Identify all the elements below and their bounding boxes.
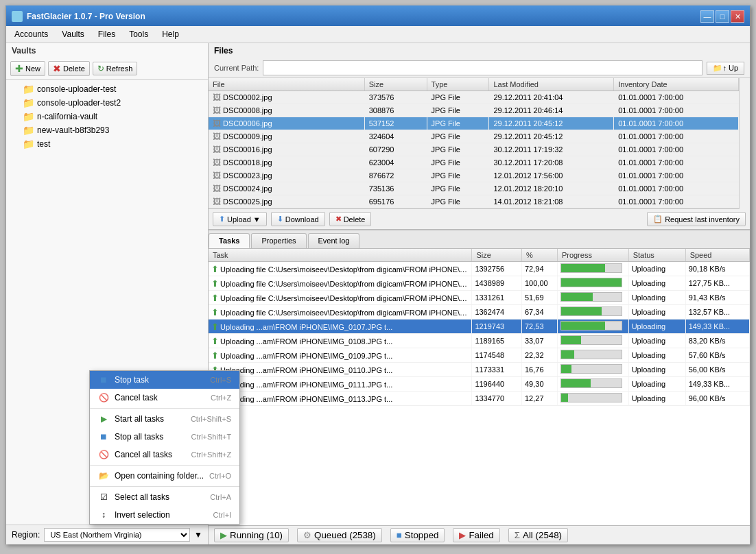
region-select[interactable]: US East (Northern Virginia): [44, 528, 190, 542]
tab-properties[interactable]: Properties: [251, 233, 306, 248]
file-row[interactable]: 🖼DSC00008.jpg 308876 JPG File 29.12.2011…: [209, 104, 739, 117]
col-type[interactable]: Type: [427, 78, 489, 91]
ctx-stop-task[interactable]: ⏹ Stop task Ctrl+S: [209, 371, 239, 389]
task-size-cell: 1173331: [472, 363, 522, 377]
task-row[interactable]: ⬆Uploading ...am\FROM iPHONE\IMG_0113.JP…: [209, 392, 750, 406]
ctx-start-all[interactable]: ▶ Start all tasks Ctrl+Shift+S: [209, 410, 239, 428]
refresh-button[interactable]: ↻ Refresh: [93, 62, 138, 75]
menu-accounts[interactable]: Accounts: [9, 27, 54, 41]
progress-bar-bg: [560, 378, 622, 388]
path-input[interactable]: [263, 60, 702, 75]
task-row[interactable]: ⬆Uploading ...am\FROM iPHONE\IMG_0108.JP…: [209, 334, 750, 348]
file-name-cell: 🖼DSC00016.jpg: [209, 143, 364, 156]
task-percent-cell: 49,30: [522, 377, 558, 392]
file-size-cell: 607290: [364, 143, 427, 156]
task-progress-cell: [557, 392, 628, 406]
task-row[interactable]: ⬆Uploading file C:\Users\moiseev\Desktop…: [209, 262, 750, 276]
file-inventory-cell: 01.01.0001 7:00:00: [614, 130, 739, 143]
task-row[interactable]: ⬆Uploading ...am\FROM iPHONE\IMG_0109.JP…: [209, 348, 750, 363]
task-row[interactable]: ⬆Uploading ...am\FROM iPHONE\IMG_0110.JP…: [209, 363, 750, 377]
vault-name-4: test: [37, 139, 50, 149]
file-row[interactable]: 🖼DSC00006.jpg 537152 JPG File 29.12.2011…: [209, 117, 739, 130]
all-button[interactable]: Σ All (2548): [508, 528, 568, 542]
file-name-cell: 🖼DSC00018.jpg: [209, 156, 364, 169]
task-row[interactable]: ⬆Uploading file C:\Users\moiseev\Desktop…: [209, 305, 750, 320]
menu-tools[interactable]: Tools: [123, 27, 154, 41]
maximize-button[interactable]: □: [716, 10, 729, 23]
file-row[interactable]: 🖼DSC00025.jpg 695176 JPG File 14.01.2012…: [209, 195, 739, 208]
vault-item-4[interactable]: 📁 test: [9, 137, 205, 151]
new-button[interactable]: ✚ New: [10, 61, 45, 76]
menu-vaults[interactable]: Vaults: [56, 27, 89, 41]
col-inventory[interactable]: Inventory Date: [614, 78, 739, 91]
file-row[interactable]: 🖼DSC00018.jpg 623004 JPG File 30.12.2011…: [209, 156, 739, 169]
file-scrollbar[interactable]: [739, 78, 750, 209]
context-menu: ⏹ Stop task Ctrl+S 🚫 Cancel task Ctrl+Z …: [209, 370, 240, 525]
file-row[interactable]: 🖼DSC00024.jpg 735136 JPG File 12.01.2012…: [209, 182, 739, 195]
task-status-cell: Uploading: [628, 348, 685, 363]
task-row[interactable]: ⬆Uploading ...am\FROM iPHONE\IMG_0107.JP…: [209, 320, 750, 334]
up-button[interactable]: 📁↑ Up: [707, 62, 744, 75]
running-button[interactable]: ▶ Running (10): [214, 528, 289, 542]
progress-bar-bg: [560, 364, 622, 374]
task-col-task[interactable]: Task: [209, 249, 472, 262]
task-percent-cell: 67,34: [522, 305, 558, 320]
task-progress-cell: [557, 334, 628, 348]
task-row[interactable]: ⬆Uploading file C:\Users\moiseev\Desktop…: [209, 291, 750, 305]
upload-dropdown-arrow: ▼: [253, 215, 261, 224]
vault-item-0[interactable]: 📁 console-uploader-test: [9, 82, 205, 96]
ctx-invert[interactable]: ↕ Invert selection Ctrl+I: [209, 506, 239, 524]
col-modified[interactable]: Last Modified: [489, 78, 614, 91]
ctx-cancel-task[interactable]: 🚫 Cancel task Ctrl+Z: [209, 389, 239, 407]
file-icon: 🖼: [213, 158, 221, 167]
vault-item-1[interactable]: 📁 console-uploader-test2: [9, 96, 205, 110]
file-row[interactable]: 🖼DSC00002.jpg 373576 JPG File 29.12.2011…: [209, 91, 739, 104]
task-col-size[interactable]: Size: [472, 249, 522, 262]
tabs-bar: Tasks Properties Event log: [209, 230, 750, 249]
ctx-cancel-all[interactable]: 🚫 Cancel all tasks Ctrl+Shift+Z: [209, 446, 239, 463]
ctx-select-all[interactable]: ☑ Select all tasks Ctrl+A: [209, 488, 239, 506]
col-file[interactable]: File: [209, 78, 364, 91]
queued-button[interactable]: ⚙ Queued (2538): [297, 528, 382, 542]
main-area: Vaults ✚ New ✖ Delete ↻ Refresh 📁 c: [6, 43, 750, 544]
menu-files[interactable]: Files: [93, 27, 121, 41]
delete-button[interactable]: ✖ Delete: [48, 61, 90, 76]
task-col-progress[interactable]: Progress: [557, 249, 628, 262]
col-size[interactable]: Size: [364, 78, 427, 91]
task-progress-cell: [557, 305, 628, 320]
file-row[interactable]: 🖼DSC00009.jpg 324604 JPG File 29.12.2011…: [209, 130, 739, 143]
task-row[interactable]: ⬆Uploading file C:\Users\moiseev\Desktop…: [209, 276, 750, 291]
task-col-percent[interactable]: %: [522, 249, 558, 262]
failed-button[interactable]: ▶ Failed: [453, 528, 499, 542]
file-row[interactable]: 🖼DSC00023.jpg 876672 JPG File 12.01.2012…: [209, 169, 739, 182]
up-icon: 📁↑: [713, 64, 727, 73]
task-col-speed[interactable]: Speed: [685, 249, 749, 262]
task-upload-icon: ⬆: [211, 350, 219, 361]
close-button[interactable]: ✕: [731, 10, 744, 23]
file-row[interactable]: 🖼DSC00016.jpg 607290 JPG File 30.12.2011…: [209, 143, 739, 156]
task-name-cell: ⬆Uploading ...am\FROM iPHONE\IMG_0109.JP…: [209, 348, 472, 363]
progress-bar-bg: [560, 278, 622, 287]
task-percent-cell: 33,07: [522, 334, 558, 348]
tab-tasks[interactable]: Tasks: [209, 233, 250, 248]
upload-button[interactable]: ⬆ Upload ▼: [213, 212, 267, 226]
file-delete-button[interactable]: ✖ Delete: [329, 212, 372, 226]
vault-item-2[interactable]: 📁 n-california-vault: [9, 110, 205, 123]
vault-item-3[interactable]: 📁 new-vault-b8f3b293: [9, 123, 205, 137]
progress-bar-bg: [560, 292, 622, 302]
file-name-cell: 🖼DSC00002.jpg: [209, 91, 364, 104]
inventory-button[interactable]: 📋 Request last inventory: [647, 212, 746, 226]
ctx-sep-3: [209, 486, 239, 487]
task-col-status[interactable]: Status: [628, 249, 685, 262]
task-size-cell: 1196440: [472, 377, 522, 392]
ctx-stop-all[interactable]: ⏹ Stop all tasks Ctrl+Shift+T: [209, 428, 239, 446]
download-button[interactable]: ⬇ Download: [271, 212, 325, 226]
tab-eventlog[interactable]: Event log: [308, 233, 360, 248]
stopped-button[interactable]: ■ Stopped: [390, 528, 445, 542]
file-inventory-cell: 01.01.0001 7:00:00: [614, 104, 739, 117]
menu-help[interactable]: Help: [156, 27, 185, 41]
minimize-button[interactable]: —: [700, 10, 714, 23]
file-modified-cell: 12.01.2012 17:56:00: [489, 169, 614, 182]
task-row[interactable]: ⬆Uploading ...am\FROM iPHONE\IMG_0111.JP…: [209, 377, 750, 392]
ctx-open-folder[interactable]: 📂 Open containing folder... Ctrl+O: [209, 467, 239, 485]
